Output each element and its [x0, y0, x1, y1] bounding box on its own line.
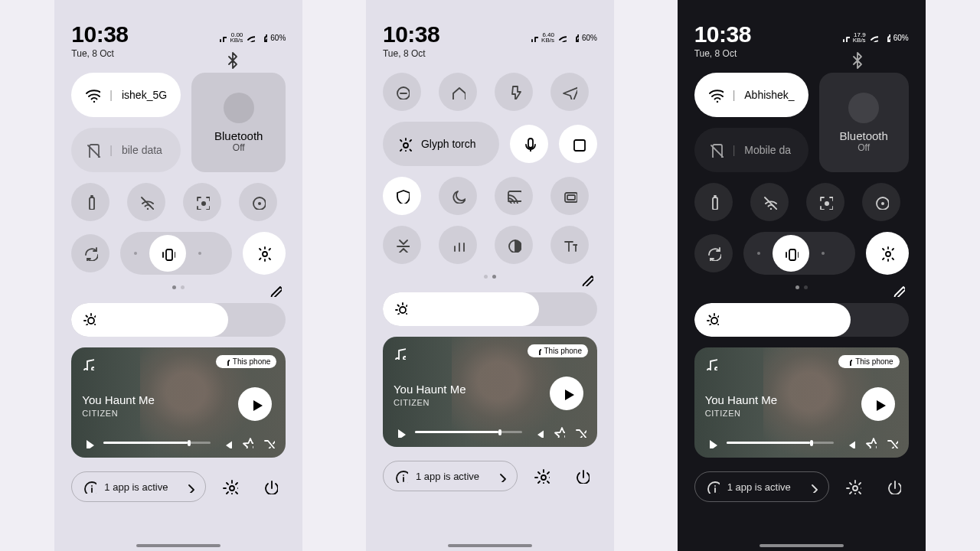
wallet-tile[interactable] — [550, 177, 589, 215]
active-apps-button[interactable]: 1 app is active — [71, 471, 206, 502]
page-indicator — [383, 275, 597, 279]
next-button[interactable] — [531, 425, 544, 438]
moon-icon — [450, 188, 466, 204]
glyph-torch-tile[interactable]: Glyph torch — [383, 122, 499, 166]
chevron-right-icon — [805, 481, 818, 493]
next-button[interactable] — [220, 436, 232, 448]
mic-access-tile[interactable] — [510, 125, 548, 163]
favorite-button[interactable] — [553, 425, 565, 438]
music-icon — [704, 357, 717, 370]
media-output-chip[interactable]: This phone — [528, 344, 588, 357]
status-bar: 10:38 Tue, 8 Oct 6.40KB/s 60% — [383, 21, 597, 59]
wifi-off-tile[interactable] — [127, 183, 165, 221]
mobile-data-label: bile data — [122, 144, 162, 156]
bluetooth-tile[interactable]: Bluetooth Off — [819, 73, 909, 172]
battery-saver-tile[interactable] — [71, 183, 109, 221]
bluetooth-tile[interactable]: Bluetooth Off — [191, 73, 286, 172]
contrast-tile[interactable] — [495, 226, 533, 264]
favorite-button[interactable] — [864, 436, 877, 448]
prev-button[interactable] — [705, 436, 717, 448]
battery-percent: 60% — [582, 34, 597, 42]
night-mode-tile[interactable] — [439, 177, 477, 215]
media-progress[interactable] — [103, 442, 211, 444]
brightness-slider[interactable] — [383, 292, 597, 326]
battery-saver-tile[interactable] — [694, 183, 733, 221]
track-title: You Haunt Me — [82, 393, 155, 406]
mobile-data-tile[interactable]: | Mobile da — [694, 128, 808, 172]
ring-mode-slider[interactable] — [743, 232, 855, 275]
nav-handle[interactable] — [136, 544, 220, 547]
airplane-tile[interactable] — [550, 73, 589, 111]
battery-icon — [83, 194, 98, 210]
sync-tile[interactable] — [694, 234, 733, 272]
power-button[interactable] — [878, 471, 909, 502]
media-player-card[interactable]: This phone You Haunt Me CITIZEN — [694, 347, 909, 458]
shuffle-button[interactable] — [263, 436, 275, 448]
flashlight-tile[interactable] — [495, 73, 533, 111]
settings-button[interactable] — [838, 471, 869, 502]
shield-tile[interactable] — [383, 177, 421, 215]
vibrate-icon — [160, 246, 175, 261]
sync-tile[interactable] — [71, 234, 109, 272]
wifi-tile[interactable]: | Abhishek_ — [694, 73, 808, 117]
hotspot-tile[interactable] — [862, 183, 900, 221]
sync-icon — [83, 246, 98, 261]
settings-button[interactable] — [527, 461, 557, 491]
font-size-tile[interactable] — [550, 226, 589, 264]
cast-tile[interactable] — [495, 177, 533, 215]
edit-tiles-button[interactable] — [576, 269, 597, 290]
next-button[interactable] — [843, 436, 855, 448]
media-player-card[interactable]: This phone You Haunt Me CITIZEN — [71, 347, 286, 458]
power-button[interactable] — [255, 471, 286, 502]
prev-button[interactable] — [82, 436, 94, 448]
edit-tiles-button[interactable] — [887, 279, 909, 301]
data-usage-tile[interactable] — [439, 226, 477, 264]
glyph-tile[interactable] — [866, 232, 909, 275]
favorite-button[interactable] — [241, 436, 253, 448]
wifi-icon — [85, 87, 100, 103]
nav-handle[interactable] — [760, 544, 844, 547]
play-button[interactable] — [550, 377, 583, 410]
screen-record-tile[interactable] — [559, 125, 597, 163]
brightness-slider[interactable] — [71, 303, 286, 337]
settings-button[interactable] — [215, 471, 246, 502]
sim-off-icon — [85, 142, 100, 158]
wifi-tile[interactable]: | ishek_5G — [71, 73, 181, 117]
hotspot-icon — [250, 194, 266, 210]
music-icon — [80, 357, 94, 370]
prev-button[interactable] — [394, 425, 406, 438]
media-progress[interactable] — [727, 442, 834, 444]
wifi-name: Abhishek_ — [744, 89, 794, 101]
phone-light-page1: 10:38 Tue, 8 Oct 0.00KB/s 60% | ishek_5G… — [54, 0, 302, 551]
brightness-slider[interactable] — [694, 303, 909, 337]
media-output-chip[interactable]: This phone — [838, 355, 899, 368]
play-button[interactable] — [238, 387, 272, 421]
shuffle-button[interactable] — [574, 425, 586, 438]
focus-tile[interactable] — [806, 183, 844, 221]
clock-date: Tue, 8 Oct — [383, 48, 439, 59]
battery-status-icon — [258, 33, 267, 42]
edit-tiles-button[interactable] — [264, 279, 286, 301]
mobile-data-tile[interactable]: | bile data — [71, 128, 181, 172]
media-output-chip[interactable]: This phone — [216, 355, 276, 368]
focus-tile[interactable] — [183, 183, 221, 221]
rotation-tile[interactable] — [383, 226, 421, 264]
ring-mode-slider[interactable] — [120, 232, 232, 275]
airplane-icon — [562, 84, 577, 99]
media-progress[interactable] — [415, 431, 522, 433]
play-button[interactable] — [861, 387, 895, 421]
media-player-card[interactable]: This phone You Haunt Me CITIZEN — [383, 337, 597, 447]
active-apps-button[interactable]: 1 app is active — [383, 461, 518, 491]
shuffle-button[interactable] — [886, 436, 898, 448]
active-apps-button[interactable]: 1 app is active — [694, 471, 829, 502]
wifi-off-tile[interactable] — [750, 183, 789, 221]
clock-time: 10:38 — [71, 21, 128, 47]
home-tile[interactable] — [439, 73, 477, 111]
vibrate-status-icon — [841, 33, 850, 42]
dnd-tile[interactable] — [383, 73, 421, 111]
power-button[interactable] — [567, 461, 597, 491]
glyph-tile[interactable] — [243, 232, 286, 275]
phone-icon — [844, 358, 852, 366]
hotspot-tile[interactable] — [239, 183, 277, 221]
nav-handle[interactable] — [448, 544, 532, 547]
